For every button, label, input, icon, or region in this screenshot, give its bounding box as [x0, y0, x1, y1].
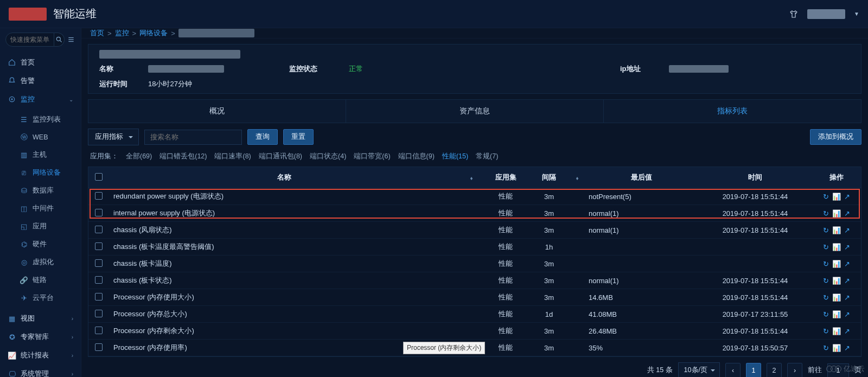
- refresh-action-icon[interactable]: ↻: [823, 209, 829, 218]
- sidebar-item-home[interactable]: 首页: [0, 53, 81, 72]
- chart-action-icon[interactable]: 📊: [832, 243, 841, 251]
- table-row[interactable]: chassis (板卡温度最高警告阈值)性能1h↻📊↗: [88, 239, 861, 255]
- sidebar-item-host[interactable]: ▥主机: [0, 146, 81, 164]
- row-checkbox[interactable]: [95, 226, 103, 233]
- tab-metrics[interactable]: 指标列表: [604, 100, 861, 123]
- refresh-action-icon[interactable]: ↻: [823, 310, 829, 318]
- chart-action-icon[interactable]: 📊: [832, 310, 841, 318]
- col-last[interactable]: 最后值: [631, 173, 652, 181]
- sidebar-item-monitor-list[interactable]: ☰监控列表: [0, 111, 81, 129]
- sort-icon[interactable]: ♦: [470, 175, 473, 181]
- chart-action-icon[interactable]: 📊: [832, 327, 841, 335]
- chart-action-icon[interactable]: 📊: [832, 277, 841, 285]
- tab-asset[interactable]: 资产信息: [346, 100, 604, 123]
- sidebar-item-link[interactable]: 🔗链路: [0, 271, 81, 289]
- row-checkbox[interactable]: [95, 259, 103, 267]
- sidebar-item-hardware[interactable]: ⌬硬件: [0, 235, 81, 253]
- sidebar-item-app[interactable]: ◱应用: [0, 218, 81, 235]
- page-2-button[interactable]: 2: [767, 363, 782, 378]
- sidebar-collapse-button[interactable]: [67, 34, 75, 46]
- row-checkbox[interactable]: [95, 310, 103, 317]
- open-action-icon[interactable]: ↗: [844, 260, 850, 268]
- sidebar-item-middleware[interactable]: ◫中间件: [0, 200, 81, 218]
- open-action-icon[interactable]: ↗: [844, 226, 850, 234]
- col-time[interactable]: 时间: [748, 173, 762, 181]
- open-action-icon[interactable]: ↗: [844, 344, 850, 352]
- chart-action-icon[interactable]: 📊: [832, 193, 841, 201]
- theme-icon[interactable]: [789, 9, 799, 19]
- row-checkbox[interactable]: [95, 293, 103, 301]
- appset-tag[interactable]: 性能(15): [442, 152, 468, 161]
- table-row[interactable]: internal power supply (电源状态)性能3mnormal(1…: [88, 205, 861, 222]
- refresh-action-icon[interactable]: ↻: [823, 260, 829, 268]
- row-checkbox[interactable]: [95, 327, 103, 334]
- chart-action-icon[interactable]: 📊: [832, 293, 841, 302]
- sort-icon[interactable]: ♦: [576, 175, 578, 181]
- chart-action-icon[interactable]: 📊: [832, 226, 841, 234]
- refresh-action-icon[interactable]: ↻: [823, 193, 829, 201]
- appset-tag[interactable]: 常规(7): [476, 152, 498, 161]
- table-row[interactable]: redundant power supply (电源状态)性能3mnotPres…: [88, 188, 861, 205]
- reset-button[interactable]: 重置: [283, 129, 314, 145]
- appset-tag[interactable]: 端口通讯包(8): [259, 152, 302, 161]
- next-page-button[interactable]: ›: [787, 363, 802, 378]
- sidebar-item-report[interactable]: 📈统计报表›: [0, 346, 81, 365]
- refresh-action-icon[interactable]: ↻: [823, 327, 829, 335]
- refresh-action-icon[interactable]: ↻: [823, 277, 829, 285]
- open-action-icon[interactable]: ↗: [844, 293, 850, 302]
- appset-tag[interactable]: 端口状态(4): [310, 152, 346, 161]
- sidebar-item-web[interactable]: ⓦWEB: [0, 129, 81, 146]
- open-action-icon[interactable]: ↗: [844, 193, 850, 201]
- sidebar-item-virt[interactable]: ◎虚拟化: [0, 253, 81, 271]
- query-button[interactable]: 查询: [247, 129, 278, 145]
- table-row[interactable]: Processor (内存使用大小)性能3m14.6MB2019-07-18 1…: [88, 289, 861, 306]
- open-action-icon[interactable]: ↗: [844, 209, 850, 218]
- chart-action-icon[interactable]: 📊: [832, 209, 841, 218]
- row-checkbox[interactable]: [95, 276, 103, 284]
- row-checkbox[interactable]: [95, 209, 103, 216]
- refresh-action-icon[interactable]: ↻: [823, 226, 829, 234]
- sidebar-item-alarm[interactable]: 告警: [0, 72, 81, 90]
- table-row[interactable]: Processor (内存总大小)性能1d41.08MB2019-07-17 2…: [88, 306, 861, 323]
- sidebar-item-db[interactable]: ⛁数据库: [0, 182, 81, 200]
- chart-action-icon[interactable]: 📊: [832, 344, 841, 352]
- page-1-button[interactable]: 1: [746, 363, 761, 378]
- appset-tag[interactable]: 端口信息(9): [398, 152, 435, 161]
- chevron-down-icon[interactable]: ▼: [854, 11, 859, 17]
- filter-name-input[interactable]: [144, 130, 242, 145]
- sidebar-item-netdev[interactable]: ⎚网络设备: [0, 164, 81, 182]
- col-appset[interactable]: 应用集: [495, 173, 516, 181]
- sidebar-item-expert[interactable]: ✪专家智库›: [0, 328, 81, 346]
- breadcrumb-home[interactable]: 首页: [90, 28, 104, 38]
- col-name[interactable]: 名称: [277, 173, 291, 181]
- breadcrumb-monitor[interactable]: 监控: [115, 28, 129, 38]
- table-row[interactable]: chassis (风扇状态)性能3mnormal(1)2019-07-18 15…: [88, 222, 861, 239]
- col-interval[interactable]: 间隔: [542, 173, 556, 181]
- table-row[interactable]: chassis (板卡状态)性能3mnormal(1)2019-07-18 15…: [88, 272, 861, 289]
- refresh-action-icon[interactable]: ↻: [823, 344, 829, 352]
- open-action-icon[interactable]: ↗: [844, 243, 850, 251]
- appset-tag[interactable]: 端口速率(8): [214, 152, 251, 161]
- appset-tag[interactable]: 端口错丢包(12): [159, 152, 207, 161]
- open-action-icon[interactable]: ↗: [844, 277, 850, 285]
- filter-type-dropdown[interactable]: 应用指标: [88, 129, 139, 145]
- page-size-select[interactable]: 10条/页: [678, 362, 720, 377]
- appset-tag[interactable]: 全部(69): [126, 152, 152, 161]
- sidebar-item-monitor[interactable]: 监控⌄: [0, 90, 81, 108]
- sidebar-item-system[interactable]: 🖵系统管理›: [0, 365, 81, 377]
- appset-tag[interactable]: 端口带宽(6): [354, 152, 390, 161]
- prev-page-button[interactable]: ‹: [725, 363, 741, 378]
- row-checkbox[interactable]: [95, 242, 103, 250]
- row-checkbox[interactable]: [95, 192, 103, 200]
- tab-overview[interactable]: 概况: [88, 100, 346, 123]
- sidebar-search-input[interactable]: [5, 33, 54, 47]
- breadcrumb-netdev[interactable]: 网络设备: [139, 28, 168, 38]
- refresh-action-icon[interactable]: ↻: [823, 293, 829, 302]
- row-checkbox[interactable]: [95, 343, 103, 351]
- select-all-checkbox[interactable]: [95, 173, 103, 181]
- sidebar-item-cloud[interactable]: ✈云平台: [0, 289, 81, 307]
- refresh-action-icon[interactable]: ↻: [823, 243, 829, 251]
- sidebar-search-button[interactable]: [54, 33, 65, 47]
- chart-action-icon[interactable]: 📊: [832, 260, 841, 268]
- sidebar-item-view[interactable]: ▦视图›: [0, 309, 81, 328]
